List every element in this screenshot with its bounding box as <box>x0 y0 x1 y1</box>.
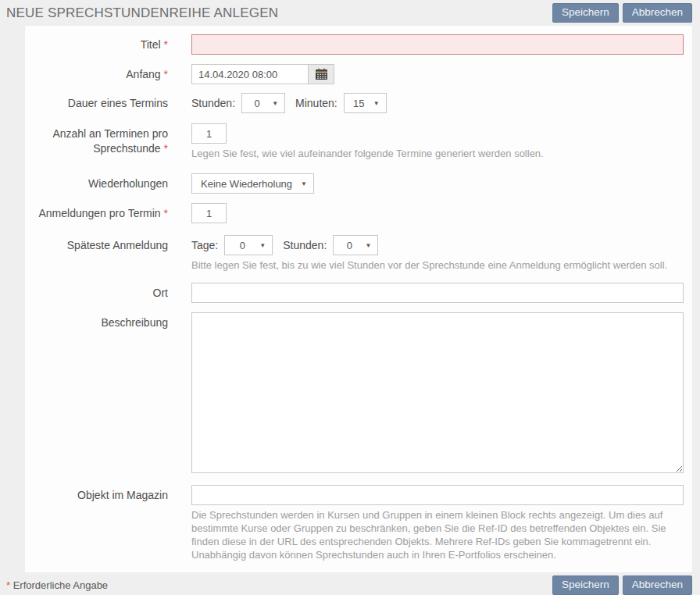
dauer-stunden-select[interactable]: 0 ▼ <box>241 93 285 113</box>
row-anfang: Anfang * <box>25 64 692 84</box>
titel-label: Titel * <box>25 34 168 52</box>
row-beschreibung: Beschreibung <box>25 312 692 476</box>
form-footer: * Erforderliche Angabe Speichern Abbrech… <box>0 572 700 595</box>
objekt-help-text: Die Sprechstunden werden in Kursen und G… <box>191 508 684 561</box>
spaeteste-help-text: Bitte legen Sie fest, bis zu wie viel St… <box>191 258 684 272</box>
dauer-stunden-label: Stunden: <box>191 93 235 113</box>
row-wiederholungen: Wiederholungen Keine Wiederholung ▼ <box>25 173 692 194</box>
titel-input[interactable] <box>191 34 684 55</box>
row-spaeteste-anmeldung: Späteste Anmeldung Tage: 0 ▼ Stunden: 0 … <box>25 235 692 272</box>
row-objekt-im-magazin: Objekt im Magazin Die Sprechstunden werd… <box>25 485 692 561</box>
cancel-button[interactable]: Abbrechen <box>623 575 692 595</box>
ort-label: Ort <box>25 283 168 301</box>
anzahl-input[interactable] <box>191 123 227 144</box>
spaeteste-stunden-select[interactable]: 0 ▼ <box>333 235 378 255</box>
required-note: * Erforderliche Angabe <box>6 579 108 591</box>
footer-button-group: Speichern Abbrechen <box>552 575 692 595</box>
form-header: NEUE SPRECHSTUNDENREIHE ANLEGEN Speicher… <box>0 0 700 26</box>
spaeteste-tage-select[interactable]: 0 ▼ <box>224 235 273 255</box>
save-button[interactable]: Speichern <box>552 3 619 23</box>
save-button[interactable]: Speichern <box>552 575 619 595</box>
spaeteste-label: Späteste Anmeldung <box>25 235 168 253</box>
row-anzahl: Anzahl an Terminen pro Sprechstunde * Le… <box>25 123 692 160</box>
anmeldungen-label: Anmeldungen pro Termin * <box>25 203 168 221</box>
spaeteste-tage-label: Tage: <box>191 235 218 255</box>
chevron-down-icon: ▼ <box>272 100 278 107</box>
calendar-button[interactable] <box>309 64 334 84</box>
chevron-down-icon: ▼ <box>365 242 371 249</box>
objekt-label: Objekt im Magazin <box>25 485 168 503</box>
ort-input[interactable] <box>191 283 684 303</box>
cancel-button[interactable]: Abbrechen <box>623 3 692 23</box>
page-title: NEUE SPRECHSTUNDENREIHE ANLEGEN <box>6 5 278 21</box>
dauer-label: Dauer eines Termins <box>25 93 168 111</box>
anzahl-label: Anzahl an Terminen pro Sprechstunde * <box>25 123 168 156</box>
row-ort: Ort <box>25 283 692 303</box>
beschreibung-label: Beschreibung <box>25 312 168 330</box>
objekt-input[interactable] <box>191 485 684 505</box>
anfang-date-input[interactable] <box>191 64 309 84</box>
anzahl-help-text: Legen Sie fest, wie viel aufeinander fol… <box>191 147 684 160</box>
required-asterisk: * <box>164 207 168 219</box>
dauer-minuten-label: Minuten: <box>295 93 338 113</box>
chevron-down-icon: ▼ <box>373 100 380 107</box>
anmeldungen-input[interactable] <box>191 203 227 223</box>
dauer-minuten-select[interactable]: 15 ▼ <box>344 93 387 113</box>
required-asterisk: * <box>164 142 168 155</box>
beschreibung-textarea[interactable] <box>191 312 684 473</box>
required-asterisk: * <box>6 579 10 591</box>
row-anmeldungen: Anmeldungen pro Termin * <box>25 203 692 223</box>
header-button-group: Speichern Abbrechen <box>552 3 692 23</box>
wiederholungen-select[interactable]: Keine Wiederholung ▼ <box>191 173 314 194</box>
row-dauer: Dauer eines Termins Stunden: 0 ▼ Minuten… <box>25 93 692 113</box>
anfang-label: Anfang * <box>25 64 168 82</box>
wiederholungen-label: Wiederholungen <box>25 173 168 191</box>
chevron-down-icon: ▼ <box>301 180 307 187</box>
required-asterisk: * <box>164 38 168 51</box>
row-titel: Titel * <box>25 34 692 55</box>
chevron-down-icon: ▼ <box>259 242 266 249</box>
calendar-icon <box>315 68 328 80</box>
required-asterisk: * <box>164 68 168 80</box>
spaeteste-stunden-label: Stunden: <box>283 235 327 255</box>
form-panel: Titel * Anfang * <box>25 26 692 572</box>
